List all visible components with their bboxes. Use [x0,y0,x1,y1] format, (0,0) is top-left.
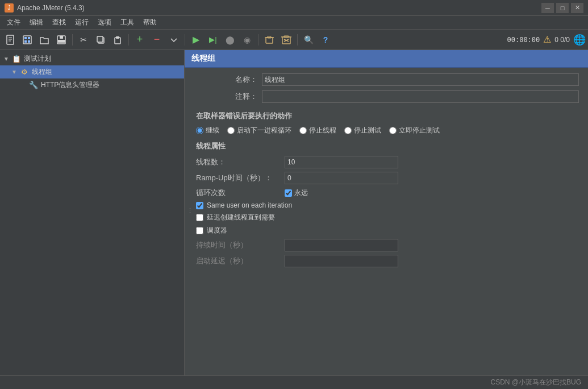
httpheader-label: HTTP信息头管理器 [41,80,99,90]
svg-rect-11 [58,40,65,43]
maximize-button[interactable]: □ [556,3,569,13]
svg-rect-15 [116,36,119,39]
paste-button[interactable] [110,32,126,48]
ramp-up-input[interactable] [285,172,398,184]
comment-row: 注释： [194,90,579,103]
toolbar-separator-5 [297,34,298,45]
menu-item-选项[interactable]: 选项 [93,16,116,28]
menu-item-运行[interactable]: 运行 [70,16,93,28]
svg-rect-7 [24,40,27,43]
sidebar-item-testplan[interactable]: ▼ 📋 测试计划 [0,52,184,65]
same-user-checkbox-row[interactable]: Same user on each iteration [196,201,579,209]
shutdown-button[interactable]: ◉ [239,32,255,48]
duration-row: 持续时间（秒） [194,239,579,251]
timer-display: 00:00:00 [507,36,540,44]
scheduler-label: 调度器 [207,226,227,235]
statusbar: CSDN @小斑马在沙巴找BUG [0,375,588,389]
search-button[interactable]: 🔍 [301,32,316,48]
loop-forever-checkbox[interactable]: 永远 [285,188,308,198]
checkbox-section: ⋮ Same user on each iteration 延迟创建线程直到需要… [194,201,579,235]
start-button[interactable]: ▶ [188,32,204,48]
testplan-label: 测试计划 [24,54,51,64]
menu-item-文件[interactable]: 文件 [2,16,25,28]
main-area: ▼ 📋 测试计划 ▼ ⚙ 线程组 🔧 HTTP信息头管理器 线程组 名称： [0,50,588,375]
comment-input[interactable] [262,90,579,103]
delay-thread-checkbox[interactable] [196,214,203,221]
svg-rect-5 [24,37,27,39]
expand-button[interactable] [166,32,182,48]
toggle-threadgroup[interactable]: ▼ [11,69,19,75]
templates-button[interactable] [19,32,35,48]
remove-button[interactable]: − [149,32,165,48]
duration-label: 持续时间（秒） [194,240,285,250]
copy-button[interactable] [93,32,109,48]
close-button[interactable]: ✕ [571,3,583,13]
toolbar-separator-2 [128,34,129,45]
loop-count-row: 循环次数 永远 [194,188,579,198]
name-input[interactable] [262,73,579,86]
thread-count-row: 线程数： [194,156,579,168]
new-button[interactable] [2,32,18,48]
svg-rect-0 [7,35,14,44]
stop-button[interactable]: ⬤ [222,32,238,48]
loop-count-label: 循环次数 [194,188,285,198]
content-panel: 线程组 名称： 注释： 在取样器错误后要执行的动作 继续 [185,50,588,375]
panel-header: 线程组 [185,50,588,68]
toolbar-separator-1 [72,34,73,45]
threadgroup-label: 线程组 [32,67,52,77]
toolbar-status: 00:00:00 ⚠ 0 0/0 🌐 [507,34,586,46]
titlebar: J Apache JMeter (5.4.3) ─ □ ✕ [0,0,588,16]
thread-count-label: 线程数： [194,157,285,167]
toolbar-separator-3 [185,34,185,45]
duration-input[interactable] [285,239,398,251]
app-icon: J [5,3,14,13]
threadgroup-icon: ⚙ [19,68,30,77]
name-row: 名称： [194,73,579,86]
error-action-radio-group: 继续 启动下一进程循环 停止线程 停止测试 立即停止测试 [196,123,579,138]
loop-forever-label: 永远 [294,188,308,198]
thread-count-input[interactable] [285,156,398,168]
save-button[interactable] [53,32,69,48]
help-button[interactable]: ? [318,32,333,48]
globe-icon: 🌐 [573,34,586,46]
sidebar-item-threadgroup[interactable]: ▼ ⚙ 线程组 [0,65,184,78]
cut-button[interactable]: ✂ [76,32,91,48]
menu-item-帮助[interactable]: 帮助 [139,16,161,28]
delay-thread-label: 延迟创建线程直到需要 [207,213,275,222]
open-button[interactable] [36,32,52,48]
radio-stop-thread[interactable]: 停止线程 [299,126,336,135]
radio-stop-test[interactable]: 停止测试 [344,126,381,135]
testplan-icon: 📋 [11,55,22,64]
start-no-pause-button[interactable]: ▶| [205,32,221,48]
startup-delay-label: 启动延迟（秒） [194,256,285,266]
radio-start-next[interactable]: 启动下一进程循环 [227,126,291,135]
minimize-button[interactable]: ─ [541,3,554,13]
toggle-testplan[interactable]: ▼ [3,56,11,62]
radio-stop-now[interactable]: 立即停止测试 [389,126,440,135]
menu-item-工具[interactable]: 工具 [116,16,139,28]
radio-continue[interactable]: 继续 [196,126,219,135]
window-title: Apache JMeter (5.4.3) [17,4,541,12]
same-user-checkbox[interactable] [196,202,203,209]
statusbar-text: CSDN @小斑马在沙巴找BUG [490,378,581,387]
counts-display: 0 0/0 [554,36,570,44]
scheduler-checkbox-row[interactable]: 调度器 [196,226,579,235]
add-button[interactable]: + [132,32,148,48]
startup-delay-input[interactable] [285,255,398,267]
delay-thread-checkbox-row[interactable]: 延迟创建线程直到需要 [196,213,579,222]
form-area: 名称： 注释： 在取样器错误后要执行的动作 继续 启动下一进程循环 [185,68,588,276]
scheduler-checkbox[interactable] [196,227,203,234]
menu-item-编辑[interactable]: 编辑 [25,16,48,28]
thread-props-heading: 线程属性 [194,138,579,154]
httpheader-icon: 🔧 [28,81,39,90]
panel-title: 线程组 [191,53,215,63]
sidebar: ▼ 📋 测试计划 ▼ ⚙ 线程组 🔧 HTTP信息头管理器 [0,50,185,375]
svg-rect-6 [28,37,30,39]
toolbar-separator-4 [258,34,258,45]
clear-all-button[interactable] [278,32,294,48]
side-indicator: ⋮ [187,207,193,214]
menu-item-查找[interactable]: 查找 [48,16,70,28]
ramp-up-label: Ramp-Up时间（秒）： [194,173,285,183]
sidebar-item-httpheader[interactable]: 🔧 HTTP信息头管理器 [0,78,184,92]
clear-button[interactable] [261,32,277,48]
